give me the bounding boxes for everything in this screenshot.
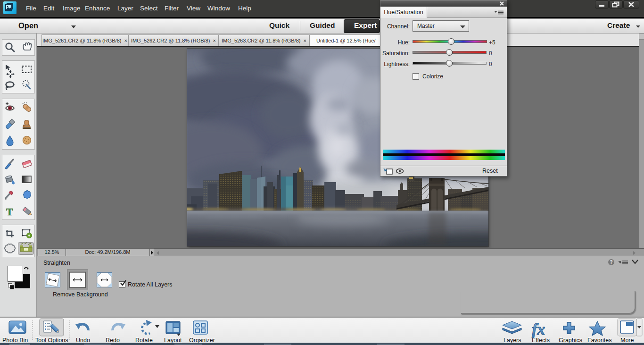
svg-text:fx: fx bbox=[532, 320, 545, 338]
svg-text:T: T bbox=[6, 206, 13, 218]
